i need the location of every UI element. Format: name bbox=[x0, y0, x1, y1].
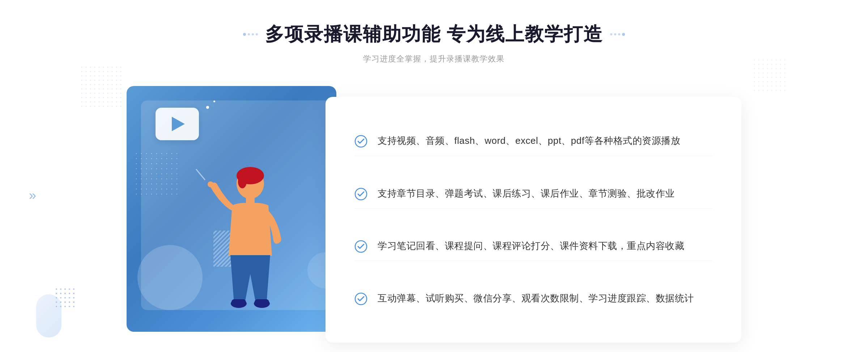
svg-line-9 bbox=[196, 169, 205, 180]
dot-5 bbox=[610, 33, 612, 35]
svg-rect-7 bbox=[255, 299, 269, 305]
deco-bottom-dots bbox=[54, 287, 76, 309]
check-icon-4 bbox=[354, 292, 367, 305]
features-panel: 支持视频、音频、flash、word、excel、ppt、pdf等各种格式的资源… bbox=[326, 97, 741, 343]
check-icon-1 bbox=[354, 135, 367, 148]
page-wrapper: » 多项录播课辅助功能 专为线上教学打造 学习进度全掌握，提升录播课教学效果 bbox=[0, 0, 868, 352]
dot-3 bbox=[252, 33, 254, 35]
feature-item-2: 支持章节目录、弹题考试、课后练习、课后作业、章节测验、批改作业 bbox=[354, 179, 712, 209]
feature-item-1: 支持视频、音频、flash、word、excel、ppt、pdf等各种格式的资源… bbox=[354, 126, 712, 156]
play-bubble bbox=[156, 108, 199, 140]
dot-6 bbox=[614, 33, 616, 35]
feature-item-4: 互动弹幕、试听购买、微信分享、观看次数限制、学习进度跟踪、数据统计 bbox=[354, 284, 712, 313]
illustration-card bbox=[127, 86, 336, 332]
arrow-left-decoration: » bbox=[29, 188, 36, 203]
dot-7 bbox=[618, 33, 620, 35]
dot-4 bbox=[256, 33, 258, 35]
header-section: 多项录播课辅助功能 专为线上教学打造 学习进度全掌握，提升录播课教学效果 bbox=[243, 22, 625, 64]
svg-rect-5 bbox=[231, 299, 246, 305]
title-row: 多项录播课辅助功能 专为线上教学打造 bbox=[243, 22, 625, 47]
dot-8 bbox=[622, 33, 625, 36]
feature-text-4: 互动弹幕、试听购买、微信分享、观看次数限制、学习进度跟踪、数据统计 bbox=[378, 291, 694, 306]
main-title: 多项录播课辅助功能 专为线上教学打造 bbox=[265, 22, 603, 47]
person-illustration bbox=[185, 158, 301, 339]
feature-text-3: 学习笔记回看、课程提问、课程评论打分、课件资料下载，重点内容收藏 bbox=[378, 239, 684, 254]
content-area: 支持视频、音频、flash、word、excel、ppt、pdf等各种格式的资源… bbox=[127, 82, 741, 343]
subtitle: 学习进度全掌握，提升录播课教学效果 bbox=[243, 53, 625, 64]
play-icon bbox=[172, 117, 185, 131]
dots-left-decoration bbox=[80, 65, 123, 108]
title-decorator-left bbox=[243, 33, 258, 36]
dots-illustration bbox=[134, 151, 177, 194]
svg-point-2 bbox=[238, 175, 247, 188]
feature-item-3: 学习笔记回看、课程提问、课程评论打分、课件资料下载，重点内容收藏 bbox=[354, 231, 712, 261]
title-decorator-right bbox=[610, 33, 625, 36]
feature-text-2: 支持章节目录、弹题考试、课后练习、课后作业、章节测验、批改作业 bbox=[378, 186, 675, 201]
check-icon-3 bbox=[354, 240, 367, 253]
dot-2 bbox=[248, 33, 250, 35]
check-icon-2 bbox=[354, 188, 367, 201]
svg-point-8 bbox=[208, 181, 213, 187]
dots-right-decoration bbox=[752, 58, 788, 94]
feature-text-1: 支持视频、音频、flash、word、excel、ppt、pdf等各种格式的资源… bbox=[378, 133, 680, 149]
dot-1 bbox=[243, 33, 246, 36]
